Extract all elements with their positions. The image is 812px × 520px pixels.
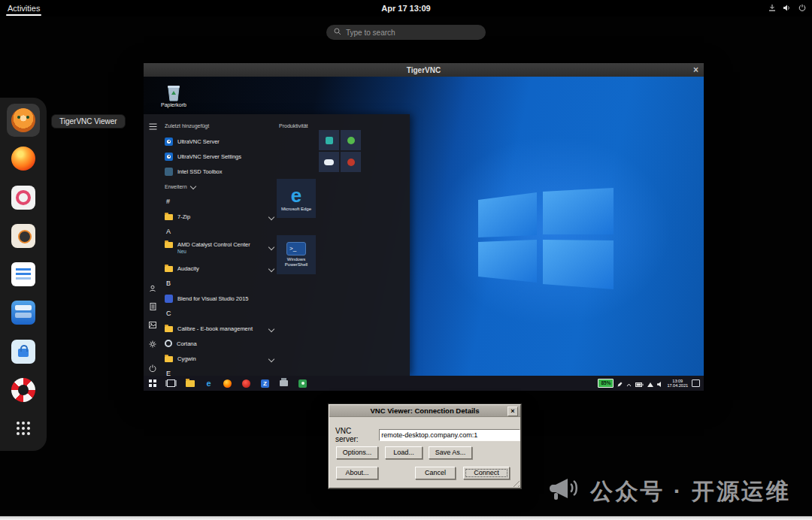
green-app-button[interactable] xyxy=(298,379,308,388)
task-view-button[interactable] xyxy=(166,379,176,388)
vnc-server-input[interactable] xyxy=(379,429,520,441)
folder-icon xyxy=(165,242,173,248)
app-item-calibre[interactable]: Calibre - E-book management xyxy=(165,321,276,336)
mini-tile[interactable] xyxy=(341,130,361,150)
firefox-icon xyxy=(223,379,232,388)
dock-item-software[interactable] xyxy=(7,335,40,368)
about-button[interactable]: About... xyxy=(336,467,378,479)
browser-button[interactable] xyxy=(241,379,251,388)
load-button[interactable]: Load... xyxy=(385,446,423,459)
letter-header[interactable]: C xyxy=(165,306,276,321)
start-button[interactable] xyxy=(147,379,157,388)
resize-grip[interactable] xyxy=(511,478,520,487)
cancel-button[interactable]: Cancel xyxy=(415,467,456,479)
edge-icon xyxy=(291,186,301,205)
printer-button[interactable] xyxy=(279,379,289,388)
help-icon xyxy=(11,378,35,402)
dock-tooltip: TigerVNC Viewer xyxy=(51,114,126,128)
letter-header[interactable]: A xyxy=(165,224,276,239)
system-status-area[interactable] xyxy=(768,0,806,17)
search-input[interactable]: Type to search xyxy=(326,25,486,40)
recent-header: Zuletzt hinzugefügt xyxy=(165,119,276,134)
options-button[interactable]: Options... xyxy=(336,446,378,459)
chevron-down-icon xyxy=(268,214,274,220)
search-icon xyxy=(334,28,341,37)
tigervnc-icon xyxy=(11,108,35,132)
printer-icon xyxy=(280,380,288,386)
network-icon[interactable] xyxy=(647,376,653,390)
dock-item-camera[interactable] xyxy=(7,219,40,252)
tile-windows-powershell[interactable]: Windows PowerShell xyxy=(277,235,316,274)
chevron-down-icon xyxy=(268,326,274,332)
file-explorer-button[interactable] xyxy=(185,379,195,388)
app-item-amd-catalyst[interactable]: AMD Catalyst Control Center Neu xyxy=(165,239,276,261)
ultravnc-icon xyxy=(165,138,173,146)
documents-icon[interactable] xyxy=(148,302,157,311)
battery-icon[interactable] xyxy=(635,376,644,390)
mini-tile[interactable] xyxy=(319,130,339,150)
tile-microsoft-edge[interactable]: Microsoft Edge xyxy=(277,179,316,218)
expand-button[interactable]: Erweitern xyxy=(165,179,276,194)
mini-tile[interactable] xyxy=(341,152,361,172)
dialog-title: VNC Viewer: Connection Details xyxy=(371,407,480,415)
app-item-ultravnc-server[interactable]: UltraVNC Server xyxy=(165,134,276,149)
hamburger-icon[interactable] xyxy=(148,122,157,131)
letter-header[interactable]: E xyxy=(165,366,276,376)
clock[interactable]: Apr 17 13:09 xyxy=(381,4,430,13)
dock-item-documents[interactable] xyxy=(7,258,40,291)
app-item-cortana[interactable]: Cortana xyxy=(165,336,276,351)
app-item-ultravnc-settings[interactable]: UltraVNC Server Settings xyxy=(165,149,276,164)
dock-item-help[interactable] xyxy=(7,373,40,407)
pictures-icon[interactable] xyxy=(148,320,157,329)
edge-button[interactable] xyxy=(204,379,214,388)
tray-expand-icon[interactable] xyxy=(626,376,632,390)
intel-ssd-icon xyxy=(165,168,173,176)
volume-icon[interactable] xyxy=(783,4,791,13)
action-center-icon[interactable] xyxy=(692,379,700,387)
folder-icon xyxy=(165,356,173,362)
dock-item-tigervnc[interactable] xyxy=(7,104,40,137)
battery-perc出badge[interactable]: 85% xyxy=(598,379,614,388)
user-icon[interactable] xyxy=(148,284,157,293)
app-item-blend[interactable]: Blend for Visual Studio 2015 xyxy=(165,291,276,306)
connect-button[interactable]: Connect xyxy=(463,467,510,479)
power-icon[interactable] xyxy=(798,4,806,13)
recycle-bin[interactable]: Papierkorb xyxy=(157,83,190,107)
speaker-icon[interactable] xyxy=(657,376,663,390)
app-item-intel-ssd[interactable]: Intel SSD Toolbox xyxy=(165,164,276,179)
pen-icon[interactable] xyxy=(617,376,623,390)
taskbar-clock[interactable]: 13:09 17.04.2021 xyxy=(667,379,688,388)
dialog-titlebar[interactable]: VNC Viewer: Connection Details xyxy=(329,405,520,417)
app-tile-icon xyxy=(347,159,355,166)
folder-icon xyxy=(165,326,173,332)
system-tray: 85% 13:09 17.04.2021 xyxy=(598,376,700,390)
power-button-icon[interactable] xyxy=(148,364,157,373)
app-grid-icon xyxy=(11,416,35,440)
windows-wallpaper-logo xyxy=(478,188,614,289)
new-badge: Neu xyxy=(177,248,250,255)
save-as-button[interactable]: Save As... xyxy=(429,446,472,459)
chevron-down-icon xyxy=(189,183,195,189)
z-app-button[interactable] xyxy=(260,379,270,388)
dock-item-videos[interactable] xyxy=(7,181,40,214)
vnc-connection-dialog: VNC Viewer: Connection Details VNC serve… xyxy=(329,404,521,488)
settings-icon[interactable] xyxy=(148,340,157,349)
dock-item-firefox[interactable] xyxy=(7,142,40,175)
app-item-audacity[interactable]: Audacity xyxy=(165,261,276,276)
folder-icon xyxy=(165,214,173,220)
firefox-button[interactable] xyxy=(223,379,232,388)
letter-header[interactable]: # xyxy=(165,194,276,209)
letter-header[interactable]: B xyxy=(165,276,276,291)
activities-button[interactable]: Activities xyxy=(0,0,47,17)
dock-item-files[interactable] xyxy=(7,296,40,329)
app-item-7zip[interactable]: 7-Zip xyxy=(165,209,276,224)
dock-item-show-applications[interactable] xyxy=(7,412,40,445)
screencast-icon[interactable] xyxy=(768,4,776,14)
dialog-close-icon[interactable] xyxy=(508,407,518,416)
ultravnc-settings-icon xyxy=(165,153,173,161)
window-close-icon[interactable] xyxy=(693,63,698,77)
files-icon xyxy=(11,301,35,325)
app-item-cygwin[interactable]: Cygwin xyxy=(165,351,276,366)
mini-tile[interactable] xyxy=(319,152,339,172)
window-titlebar[interactable]: TigerVNC xyxy=(144,63,704,77)
